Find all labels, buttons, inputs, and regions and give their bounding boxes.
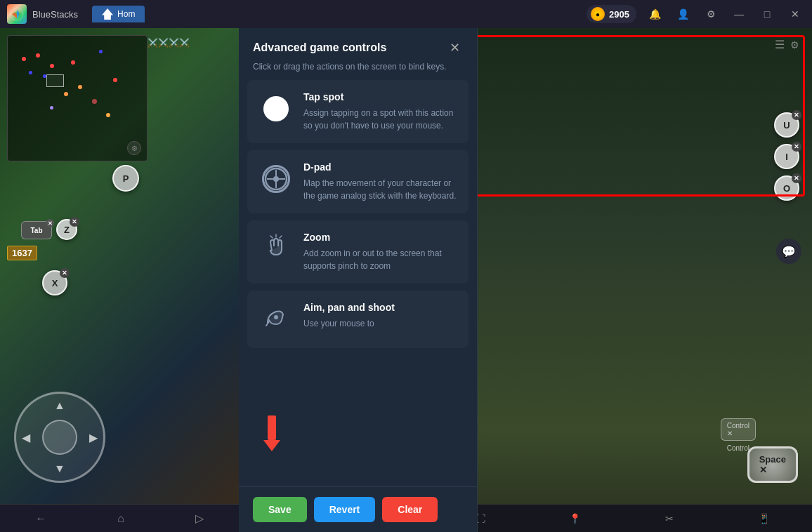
tap-spot-card[interactable]: Tap spot Assign tapping on a spot with t… — [247, 80, 469, 143]
key-p[interactable]: P — [112, 165, 139, 192]
key-x[interactable]: X ✕ — [42, 270, 67, 295]
home-tab[interactable]: Hom — [92, 6, 145, 22]
aim-card[interactable]: Aim, pan and shoot Use your mouse to — [247, 291, 469, 348]
nav-right-btn[interactable]: ▷ — [195, 512, 204, 525]
home-icon — [102, 8, 113, 20]
coin-amount: 2905 — [609, 9, 629, 20]
key-tab[interactable]: Tab ✕ — [21, 221, 52, 239]
close-i-key[interactable]: ✕ — [792, 142, 801, 152]
dpad-right: ▶ — [89, 431, 98, 444]
aim-title: Aim, pan and shoot — [303, 302, 395, 313]
tap-spot-title: Tap spot — [303, 91, 457, 102]
dpad-title: D-pad — [303, 161, 457, 173]
red-arrow — [263, 415, 280, 451]
scissors-btn[interactable]: ✂ — [660, 510, 679, 527]
svg-point-4 — [273, 176, 279, 182]
control-key-container[interactable]: Control ✕ Control — [721, 418, 756, 441]
settings-btn[interactable]: ⚙ — [701, 4, 721, 24]
app-logo — [7, 4, 27, 24]
modal-header: Advanced game controls ✕ — [239, 28, 477, 62]
back-btn[interactable]: ← — [35, 512, 46, 525]
tap-spot-description: Assign tapping on a spot with this actio… — [303, 107, 457, 132]
zoom-description: Add zoom in or out to the screen that su… — [303, 247, 457, 272]
zoom-card[interactable]: Zoom Add zoom in or out to the screen th… — [247, 220, 469, 284]
dpad-card[interactable]: D-pad Map the movement of your character… — [247, 150, 469, 213]
close-u-key[interactable]: ✕ — [792, 110, 801, 120]
top-controls: ⚔️⚔️⚔️⚔️ — [148, 38, 232, 48]
svg-point-5 — [274, 315, 278, 319]
location-btn[interactable]: 📍 — [563, 510, 587, 527]
bottom-nav: ← ⌂ ▷ — [0, 504, 239, 532]
game-area: ⚙ ⚔️⚔️⚔️⚔️ P Tab ✕ Z ✕ 1637 X ✕ — [0, 28, 812, 532]
app-name: BlueStacks — [32, 9, 78, 20]
phone-btn[interactable]: 📱 — [752, 510, 775, 527]
close-control-key[interactable]: ✕ — [727, 430, 749, 437]
zoom-icon-container — [258, 232, 294, 267]
score-display: 1637 — [7, 246, 37, 260]
revert-button[interactable]: Revert — [314, 497, 376, 522]
dpad-icon — [262, 165, 290, 193]
dpad-left: ◀ — [22, 431, 30, 444]
title-bar: BlueStacks Hom ● 2905 🔔 👤 ⚙ — □ ✕ — [0, 0, 812, 28]
tap-spot-icon-container — [258, 91, 294, 126]
modal-close-btn[interactable]: ✕ — [446, 39, 463, 56]
minimize-btn[interactable]: — — [729, 4, 749, 24]
close-tab-key[interactable]: ✕ — [46, 219, 54, 227]
key-u[interactable]: U ✕ — [774, 112, 799, 138]
save-button[interactable]: Save — [253, 497, 307, 522]
close-space-key[interactable]: ✕ — [759, 465, 786, 475]
control-label: Control — [727, 444, 749, 452]
dpad-inner — [42, 420, 77, 455]
coin-display: ● 2905 — [587, 5, 636, 23]
maximize-btn[interactable]: □ — [757, 4, 777, 24]
zoom-title: Zoom — [303, 232, 457, 243]
profile-btn[interactable]: 👤 — [673, 4, 693, 24]
modal-title: Advanced game controls — [253, 41, 386, 54]
close-o-key[interactable]: ✕ — [792, 173, 801, 183]
left-panel: ⚙ ⚔️⚔️⚔️⚔️ P Tab ✕ Z ✕ 1637 X ✕ — [0, 28, 239, 532]
zoom-text: Zoom Add zoom in or out to the screen th… — [303, 232, 457, 272]
title-bar-right: ● 2905 🔔 👤 ⚙ — □ ✕ — [587, 4, 805, 24]
aim-text: Aim, pan and shoot Use your mouse to — [303, 302, 395, 330]
dpad-icon-container — [258, 161, 294, 197]
clear-button[interactable]: Clear — [382, 497, 438, 522]
close-x-key[interactable]: ✕ — [60, 268, 70, 278]
tap-spot-text: Tap spot Assign tapping on a spot with t… — [303, 91, 457, 132]
aim-icon-container — [258, 302, 294, 337]
notification-btn[interactable]: 🔔 — [645, 4, 664, 24]
dpad-down: ▼ — [54, 463, 65, 475]
dpad-text: D-pad Map the movement of your character… — [303, 161, 457, 202]
dpad-control[interactable]: ▲ ▼ ◀ ▶ — [14, 392, 105, 483]
modal-footer: Save Revert Clear — [239, 486, 477, 532]
close-btn[interactable]: ✕ — [785, 4, 805, 24]
modal-subtitle: Click or drag the actions on the screen … — [239, 62, 477, 80]
space-key-container[interactable]: Space ✕ — [747, 446, 798, 483]
key-z[interactable]: Z ✕ — [56, 219, 77, 240]
dpad-up: ▲ — [54, 399, 65, 412]
chat-btn[interactable]: 💬 — [776, 239, 801, 264]
key-i[interactable]: I ✕ — [774, 144, 799, 169]
dpad-description: Map the movement of your character or th… — [303, 177, 457, 202]
close-z-key[interactable]: ✕ — [70, 217, 79, 227]
tap-spot-icon — [263, 96, 289, 121]
key-o[interactable]: O ✕ — [774, 175, 799, 201]
modal: Advanced game controls ✕ Click or drag t… — [239, 28, 478, 532]
coin-icon: ● — [591, 7, 605, 21]
aim-description: Use your mouse to — [303, 317, 395, 330]
zoom-icon — [261, 231, 292, 267]
home-btn[interactable]: ⌂ — [117, 512, 124, 525]
minimap: ⚙ — [7, 35, 148, 161]
aim-icon — [261, 302, 292, 338]
